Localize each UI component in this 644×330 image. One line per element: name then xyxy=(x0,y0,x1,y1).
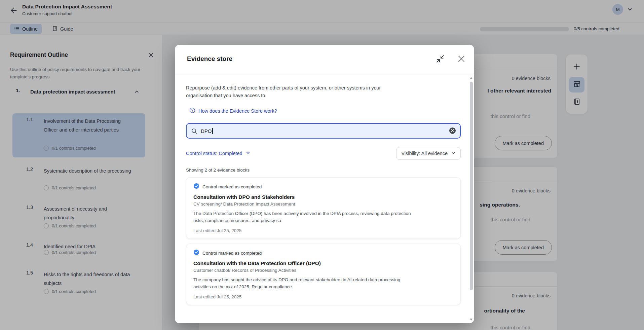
screen: Data Protection Impact Assessment Custom… xyxy=(0,0,644,330)
collapse-icon[interactable] xyxy=(436,54,445,63)
search-value: DPO xyxy=(201,128,212,134)
evidence-last-edited: Last edited Jul 25, 2025 xyxy=(193,228,453,233)
close-icon[interactable] xyxy=(457,54,466,64)
evidence-status-label: Control marked as completed xyxy=(202,251,262,256)
results-summary: Showing 2 of 2 evidence blocks xyxy=(186,168,461,173)
evidence-source: Customer chatbot/ Records of Processing … xyxy=(193,268,453,273)
text-caret xyxy=(212,128,213,134)
evidence-last-edited: Last edited Jul 25, 2025 xyxy=(193,294,453,299)
modal-scrollbar[interactable] xyxy=(469,77,473,321)
scroll-down-arrow-icon[interactable] xyxy=(470,319,472,321)
help-link-label: How does the Evidence Store work? xyxy=(198,108,277,114)
chevron-down-icon xyxy=(245,150,251,156)
modal-body: Repurpose (add & edit) evidence from oth… xyxy=(175,74,469,323)
evidence-title: Consultation with the Data Protection Of… xyxy=(193,260,453,266)
evidence-source: CV screening/ Data Protection Impact Ass… xyxy=(193,201,453,207)
visibility-filter-label: Visibility: All evidence xyxy=(401,151,448,156)
modal-header: Evidence store xyxy=(175,45,474,74)
help-question-icon xyxy=(189,107,195,115)
evidence-excerpt: The Data Protection Officer (DPO) has be… xyxy=(193,210,415,224)
completed-check-icon xyxy=(193,249,199,257)
filter-row: Control status: Completed Visibility: Al… xyxy=(186,147,461,160)
evidence-store-help-link[interactable]: How does the Evidence Store work? xyxy=(189,107,461,115)
evidence-store-modal: Evidence store Repurpose (add & edit) ev… xyxy=(175,45,474,323)
evidence-status-label: Control marked as completed xyxy=(202,184,262,189)
evidence-block-card[interactable]: Control marked as completed Consultation… xyxy=(186,177,461,239)
modal-intro: Repurpose (add & edit) evidence from oth… xyxy=(186,84,408,100)
search-input[interactable]: DPO xyxy=(186,123,461,139)
modal-title: Evidence store xyxy=(187,55,232,63)
completed-check-icon xyxy=(193,183,199,190)
evidence-excerpt: The company has sought the advice of its… xyxy=(193,277,415,291)
scroll-up-arrow-icon[interactable] xyxy=(470,77,472,79)
evidence-block-card[interactable]: Control marked as completed Consultation… xyxy=(186,244,461,305)
search-icon xyxy=(191,128,198,136)
visibility-filter[interactable]: Visibility: All evidence xyxy=(396,147,461,160)
scrollbar-thumb[interactable] xyxy=(470,82,473,290)
chevron-down-icon xyxy=(451,151,456,156)
control-status-filter[interactable]: Control status: Completed xyxy=(186,150,251,156)
control-status-filter-label: Control status: Completed xyxy=(186,151,242,156)
clear-search-icon[interactable] xyxy=(449,127,456,134)
evidence-title: Consultation with DPO and Stakeholders xyxy=(193,194,453,200)
